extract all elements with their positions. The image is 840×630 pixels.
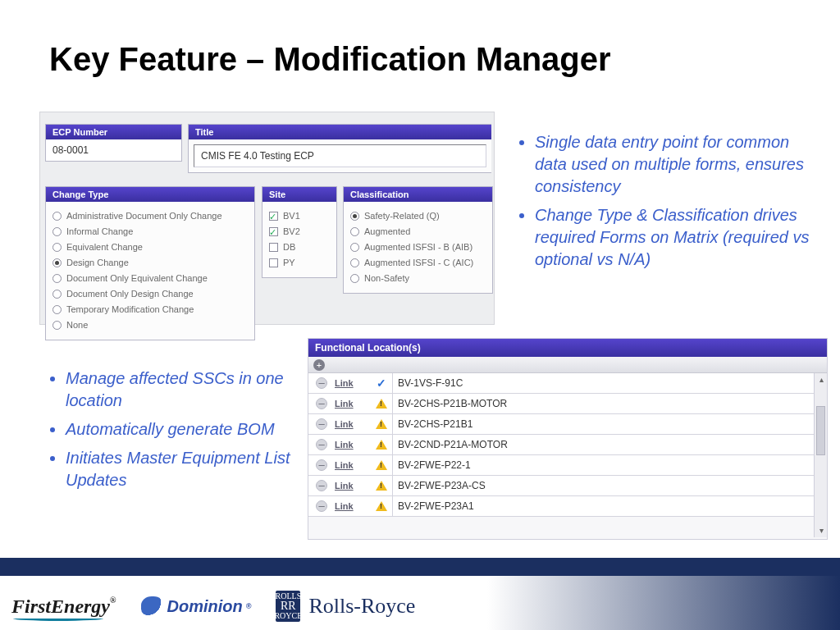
link-cell[interactable]: Link xyxy=(335,399,371,409)
classification-option[interactable]: Augmented ISFSI - B (AIB) xyxy=(350,240,486,255)
site-option[interactable]: PY xyxy=(269,255,330,271)
firstenergy-logo: FirstEnergy® xyxy=(11,596,116,618)
location-value: BV-2CHS-P21B-MOTOR xyxy=(392,394,827,413)
change-type-option[interactable]: Equivalent Change xyxy=(52,240,248,255)
option-label: Temporary Modification Change xyxy=(66,303,194,317)
warning-icon xyxy=(376,419,387,429)
remove-row-icon[interactable]: – xyxy=(316,398,327,409)
ecp-title-panel: Title CMIS FE 4.0 Testing ECP xyxy=(188,124,491,173)
functional-locations-toolbar: + xyxy=(308,357,827,373)
site-option[interactable]: BV2 xyxy=(269,224,330,240)
bullet-item: Initiates Master Equipment List Updates xyxy=(66,447,295,491)
radio-icon[interactable] xyxy=(52,212,62,221)
remove-row-icon[interactable]: – xyxy=(316,459,327,471)
ecp-title-header: Title xyxy=(189,125,491,139)
checkbox-icon[interactable] xyxy=(269,243,278,252)
option-label: Administrative Document Only Change xyxy=(66,209,222,223)
bullet-item: Single data entry point for common data … xyxy=(535,131,814,198)
radio-icon[interactable] xyxy=(52,321,62,330)
radio-icon[interactable] xyxy=(52,274,62,283)
option-label: None xyxy=(66,318,88,332)
change-type-option[interactable]: Design Change xyxy=(52,255,248,271)
radio-icon[interactable] xyxy=(52,243,62,252)
site-header: Site xyxy=(262,187,336,202)
change-type-option[interactable]: Temporary Modification Change xyxy=(52,302,248,317)
classification-option[interactable]: Augmented ISFSI - C (AIC) xyxy=(350,255,486,271)
checkbox-icon[interactable] xyxy=(269,227,278,236)
change-type-option[interactable]: Document Only Equivalent Change xyxy=(52,271,248,286)
radio-icon[interactable] xyxy=(350,227,359,236)
scrollbar[interactable]: ▴ ▾ xyxy=(814,373,827,537)
add-row-icon[interactable]: + xyxy=(313,359,325,371)
site-option[interactable]: DB xyxy=(269,240,330,255)
remove-row-icon[interactable]: – xyxy=(316,377,327,389)
dominion-text: Dominion xyxy=(167,597,243,616)
option-label: BV1 xyxy=(283,209,300,223)
scroll-up-icon[interactable]: ▴ xyxy=(816,375,826,385)
radio-icon[interactable] xyxy=(52,305,62,314)
radio-icon[interactable] xyxy=(52,227,62,236)
location-value: BV-2FWE-P23A1 xyxy=(392,496,827,516)
classification-header: Classification xyxy=(344,187,492,202)
ecp-title-value[interactable]: CMIS FE 4.0 Testing ECP xyxy=(194,144,486,167)
link-cell[interactable]: Link xyxy=(335,460,371,470)
classification-panel: Classification Safety-Related (Q)Augment… xyxy=(343,186,493,294)
functional-location-row: –LinkBV-2FWE-P23A-CS xyxy=(308,476,827,496)
link-cell[interactable]: Link xyxy=(335,440,371,450)
ecp-number-header: ECP Number xyxy=(46,125,181,139)
checkbox-icon[interactable] xyxy=(269,258,278,267)
link-cell[interactable]: Link xyxy=(335,378,371,388)
dominion-logo: Dominion® xyxy=(141,596,252,616)
radio-icon[interactable] xyxy=(350,212,359,221)
bullet-item: Manage affected SSCs in one location xyxy=(66,368,295,412)
checkbox-icon[interactable] xyxy=(269,212,278,221)
location-value: BV-2FWE-P22-1 xyxy=(392,455,827,475)
classification-option[interactable]: Safety-Related (Q) xyxy=(350,208,486,224)
option-label: Safety-Related (Q) xyxy=(364,209,440,223)
classification-option[interactable]: Non-Safety xyxy=(350,271,486,286)
option-label: BV2 xyxy=(283,225,300,239)
rollsroyce-logo: ROLLS RR ROYCE Rolls-Royce xyxy=(276,591,415,622)
change-type-option[interactable]: Document Only Design Change xyxy=(52,286,248,302)
rollsroyce-text: Rolls-Royce xyxy=(308,594,415,619)
functional-locations-panel: Functional Location(s) + –Link✓BV-1VS-F-… xyxy=(308,338,828,540)
slide-title: Key Feature – Modification Manager xyxy=(49,41,611,78)
option-label: PY xyxy=(283,256,295,270)
radio-icon[interactable] xyxy=(52,290,62,299)
classification-option[interactable]: Augmented xyxy=(350,224,486,240)
functional-locations-header: Functional Location(s) xyxy=(308,339,827,357)
option-label: Equivalent Change xyxy=(66,240,143,254)
checkmark-icon: ✓ xyxy=(377,377,386,390)
change-type-option[interactable]: Informal Change xyxy=(52,224,248,240)
ecp-number-panel: ECP Number 08-0001 xyxy=(45,124,182,162)
link-cell[interactable]: Link xyxy=(335,501,371,511)
radio-icon[interactable] xyxy=(350,274,359,283)
functional-location-row: –Link✓BV-1VS-F-91C xyxy=(308,373,827,394)
change-type-option[interactable]: Administrative Document Only Change xyxy=(52,208,248,224)
remove-row-icon[interactable]: – xyxy=(316,480,327,491)
radio-icon[interactable] xyxy=(52,258,62,267)
remove-row-icon[interactable]: – xyxy=(316,439,327,450)
site-panel: Site BV1BV2DBPY xyxy=(262,186,337,278)
link-cell[interactable]: Link xyxy=(335,481,371,491)
functional-location-row: –LinkBV-2FWE-P23A1 xyxy=(308,496,827,517)
option-label: Augmented ISFSI - C (AIC) xyxy=(364,256,473,270)
link-cell[interactable]: Link xyxy=(335,419,371,429)
scroll-thumb[interactable] xyxy=(816,406,825,455)
radio-icon[interactable] xyxy=(350,258,359,267)
change-type-option[interactable]: None xyxy=(52,317,248,333)
option-label: Augmented xyxy=(364,225,410,239)
bullets-right: Single data entry point for common data … xyxy=(518,131,814,277)
option-label: Non-Safety xyxy=(364,272,409,285)
scroll-down-icon[interactable]: ▾ xyxy=(816,526,826,536)
remove-row-icon[interactable]: – xyxy=(316,418,327,430)
rr-badge-mid: RR xyxy=(281,600,296,612)
option-label: Document Only Design Change xyxy=(66,287,194,301)
firstenergy-swoosh-icon xyxy=(13,616,103,621)
functional-location-row: –LinkBV-2CND-P21A-MOTOR xyxy=(308,435,827,455)
site-option[interactable]: BV1 xyxy=(269,208,330,224)
remove-row-icon[interactable]: – xyxy=(316,500,327,512)
bullet-item: Automatically generate BOM xyxy=(66,418,295,441)
functional-location-row: –LinkBV-2FWE-P22-1 xyxy=(308,455,827,476)
radio-icon[interactable] xyxy=(350,243,359,252)
